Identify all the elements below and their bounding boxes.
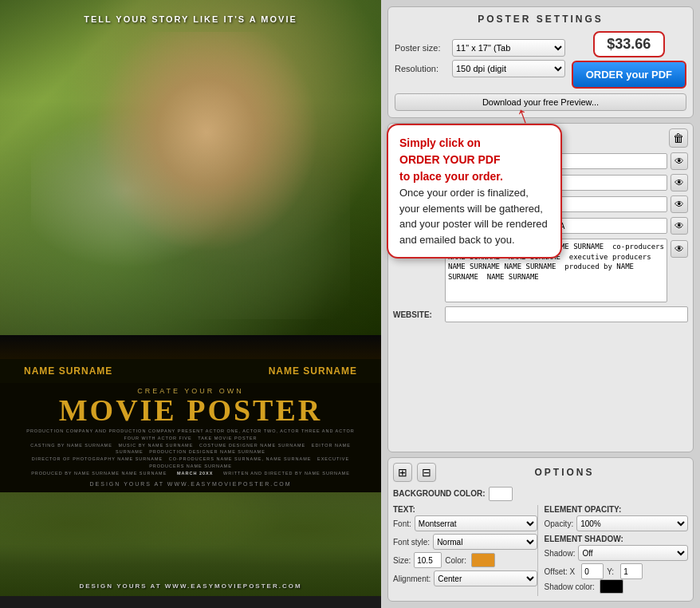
options-title: OPTIONS xyxy=(441,467,688,478)
poster-tagline-top: TELL YOUR STORY LIKE IT'S A MOVIE xyxy=(0,14,381,24)
poster-bottom-text: DESIGN YOURS AT WWW.EASYMOVIEPOSTER.COM xyxy=(8,480,373,490)
poster-names-row: NAME SURNAME NAME SURNAME xyxy=(0,359,381,383)
font-style-row: Font style: Normal xyxy=(393,534,537,550)
font-row: Font: Montserrat xyxy=(393,515,537,531)
poster-dark-band xyxy=(0,335,381,359)
options-top-bar: ⊞ ⊟ OPTIONS xyxy=(393,463,688,482)
tagline-visibility-toggle[interactable]: 👁 xyxy=(671,217,688,235)
poster-credits: PRODUCTION COMPANY AND PRODUCTION COMPAN… xyxy=(8,425,373,480)
font-label: Font: xyxy=(393,519,411,528)
download-preview-button[interactable]: Download your free Preview... xyxy=(395,93,686,111)
website-row: WEBSITE: xyxy=(393,306,688,322)
poster-website: DESIGN YOURS AT WWW.EASYMOVIEPOSTER.COM xyxy=(0,582,381,590)
size-input[interactable] xyxy=(414,552,442,568)
poster-size-label: Poster size: xyxy=(395,43,452,53)
website-label: WEBSITE: xyxy=(393,310,445,319)
poster-bottom-image: DESIGN YOURS AT WWW.EASYMOVIEPOSTER.COM xyxy=(0,492,381,596)
text-label: TEXT: xyxy=(393,505,537,514)
resolution-select[interactable]: 150 dpi (digit xyxy=(452,60,565,77)
settings-section: POSTER SETTINGS Poster size: 11" x 17" (… xyxy=(387,6,694,118)
shadow-color-row: Shadow color: xyxy=(545,579,689,594)
bg-color-picker[interactable] xyxy=(489,487,513,501)
opacity-row: Opacity: 100% xyxy=(545,515,689,531)
website-input[interactable] xyxy=(445,306,688,322)
opacity-select[interactable]: 100% xyxy=(576,515,688,531)
tooltip-text: Simply click onORDER YOUR PDFto place yo… xyxy=(399,135,549,247)
poster-top-image: TELL YOUR STORY LIKE IT'S A MOVIE xyxy=(0,0,381,335)
name2-visibility-toggle[interactable]: 👁 xyxy=(671,174,688,191)
shadow-row: Shadow: Off xyxy=(545,545,689,561)
poster-main-text: CREATE YOUR OWN MOVIE POSTER PRODUCTION … xyxy=(0,383,381,492)
shadow-color-label: Shadow color: xyxy=(545,582,595,591)
resolution-row: Resolution: 150 dpi (digit xyxy=(395,60,565,77)
font-style-label: Font style: xyxy=(393,538,430,547)
credit-visibility-toggle[interactable]: 👁 xyxy=(671,240,688,258)
poster-size-select[interactable]: 11" x 17" (Tab xyxy=(452,39,565,57)
bg-color-label: BACKGROUND COLOR: xyxy=(393,489,486,498)
offset-x-input[interactable] xyxy=(581,563,604,579)
offset-label: Offset: X xyxy=(545,567,576,576)
movie-poster: TELL YOUR STORY LIKE IT'S A MOVIE NAME S… xyxy=(0,0,381,608)
settings-title: POSTER SETTINGS xyxy=(395,14,686,25)
element-opacity-label: ELEMENT OPACITY: xyxy=(545,505,689,514)
shadow-select[interactable]: Off xyxy=(578,545,688,561)
options-two-col: TEXT: Font: Montserrat Font style: Norma… xyxy=(393,505,688,596)
alignment-label: Alignment: xyxy=(393,574,431,583)
opacity-label: Opacity: xyxy=(545,519,574,528)
settings-top-row: Poster size: 11" x 17" (Tab Resolution: … xyxy=(395,31,686,89)
poster-name-left: NAME SURNAME xyxy=(24,365,112,377)
options-section: ⊞ ⊟ OPTIONS BACKGROUND COLOR: TEXT: Font… xyxy=(387,457,694,602)
options-left: TEXT: Font: Montserrat Font style: Norma… xyxy=(393,505,537,596)
bg-color-row: BACKGROUND COLOR: xyxy=(393,487,688,501)
alignment-select[interactable]: Center xyxy=(434,570,537,586)
resolution-label: Resolution: xyxy=(395,64,452,73)
settings-price: $33.66 xyxy=(593,31,665,57)
delete-button[interactable]: 🗑 xyxy=(669,128,688,148)
font-select[interactable]: Montserrat xyxy=(415,515,537,531)
shadow-xy-row: Offset: X Y: xyxy=(545,563,689,579)
poster-name-right: NAME SURNAME xyxy=(269,365,357,377)
options-icon2[interactable]: ⊟ xyxy=(417,463,436,482)
poster-bottom-tree xyxy=(0,492,381,596)
alignment-row: Alignment: Center xyxy=(393,570,537,586)
options-icon1[interactable]: ⊞ xyxy=(393,463,412,482)
order-pdf-button[interactable]: ORDER your PDF xyxy=(572,61,686,89)
tooltip-overlay: ↑ Simply click onORDER YOUR PDFto place … xyxy=(387,124,562,259)
shadow-color-picker[interactable] xyxy=(600,579,623,594)
text-color-picker[interactable] xyxy=(471,553,495,567)
offset-y-label: Y: xyxy=(607,567,614,576)
tooltip-line1: Simply click onORDER YOUR PDFto place yo… xyxy=(399,136,503,183)
name1-visibility-toggle[interactable]: 👁 xyxy=(671,152,688,170)
size-label: Size: xyxy=(393,556,411,565)
size-color-row: Size: Color: xyxy=(393,552,537,568)
font-style-select[interactable]: Normal xyxy=(433,534,537,550)
shadow-label: Shadow: xyxy=(545,549,576,558)
poster-title-main: MOVIE POSTER xyxy=(8,395,373,425)
element-shadow-label: ELEMENT SHADOW: xyxy=(545,535,689,543)
options-right: ELEMENT OPACITY: Opacity: 100% ELEMENT S… xyxy=(537,505,689,596)
color-label: Color: xyxy=(445,556,466,565)
right-panel: POSTER SETTINGS Poster size: 11" x 17" (… xyxy=(381,0,700,608)
poster-size-row: Poster size: 11" x 17" (Tab xyxy=(395,39,565,57)
title-visibility-toggle[interactable]: 👁 xyxy=(671,195,688,213)
offset-y-input[interactable] xyxy=(620,563,643,579)
poster-figure xyxy=(31,32,350,319)
